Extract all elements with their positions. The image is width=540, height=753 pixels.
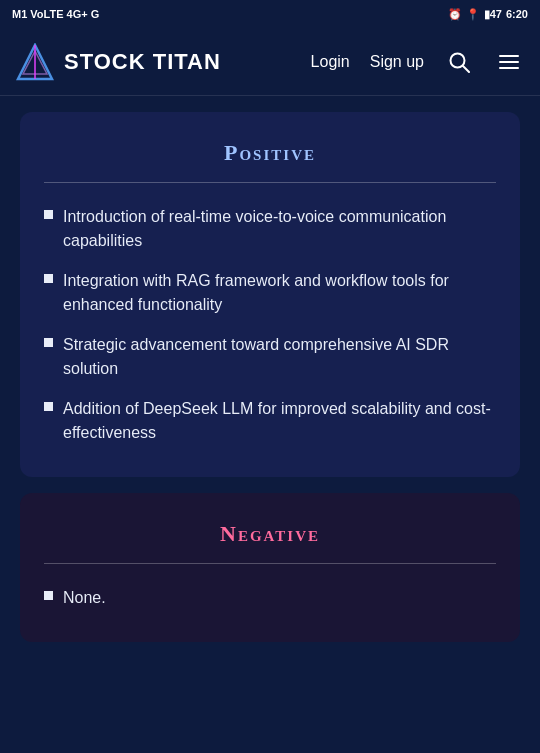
positive-list: Introduction of real-time voice-to-voice… bbox=[44, 205, 496, 445]
positive-divider bbox=[44, 182, 496, 183]
list-item: None. bbox=[44, 586, 496, 610]
positive-card: Positive Introduction of real-time voice… bbox=[20, 112, 520, 477]
bullet-icon bbox=[44, 210, 53, 219]
search-icon bbox=[448, 51, 470, 73]
positive-title: Positive bbox=[44, 140, 496, 166]
logo-icon bbox=[16, 43, 54, 81]
menu-button[interactable] bbox=[494, 47, 524, 77]
carrier-info: M1 VoLTE 4G+ G bbox=[12, 8, 99, 20]
positive-item-3: Strategic advancement toward comprehensi… bbox=[63, 333, 496, 381]
signup-link[interactable]: Sign up bbox=[370, 53, 424, 71]
svg-line-4 bbox=[463, 66, 469, 72]
location-icon: 📍 bbox=[466, 8, 480, 21]
login-link[interactable]: Login bbox=[311, 53, 350, 71]
bullet-icon bbox=[44, 338, 53, 347]
list-item: Strategic advancement toward comprehensi… bbox=[44, 333, 496, 381]
nav-links: Login Sign up bbox=[311, 47, 524, 77]
negative-list: None. bbox=[44, 586, 496, 610]
bullet-icon bbox=[44, 402, 53, 411]
negative-divider bbox=[44, 563, 496, 564]
bullet-icon bbox=[44, 274, 53, 283]
positive-item-4: Addition of DeepSeek LLM for improved sc… bbox=[63, 397, 496, 445]
positive-item-1: Introduction of real-time voice-to-voice… bbox=[63, 205, 496, 253]
negative-item-1: None. bbox=[63, 586, 106, 610]
negative-card: Negative None. bbox=[20, 493, 520, 642]
navbar: STOCK TITAN Login Sign up bbox=[0, 28, 540, 96]
bullet-icon bbox=[44, 591, 53, 600]
hamburger-icon bbox=[498, 51, 520, 73]
time-display: 6:20 bbox=[506, 8, 528, 20]
logo-area: STOCK TITAN bbox=[16, 43, 299, 81]
brand-name: STOCK TITAN bbox=[64, 49, 221, 75]
alarm-icon: ⏰ bbox=[448, 8, 462, 21]
main-content: Positive Introduction of real-time voice… bbox=[0, 96, 540, 658]
status-left: M1 VoLTE 4G+ G bbox=[12, 8, 99, 20]
list-item: Integration with RAG framework and workf… bbox=[44, 269, 496, 317]
status-right: ⏰ 📍 ▮47 6:20 bbox=[448, 8, 528, 21]
search-button[interactable] bbox=[444, 47, 474, 77]
positive-item-2: Integration with RAG framework and workf… bbox=[63, 269, 496, 317]
battery-indicator: ▮47 bbox=[484, 8, 502, 21]
list-item: Addition of DeepSeek LLM for improved sc… bbox=[44, 397, 496, 445]
negative-title: Negative bbox=[44, 521, 496, 547]
status-bar: M1 VoLTE 4G+ G ⏰ 📍 ▮47 6:20 bbox=[0, 0, 540, 28]
list-item: Introduction of real-time voice-to-voice… bbox=[44, 205, 496, 253]
